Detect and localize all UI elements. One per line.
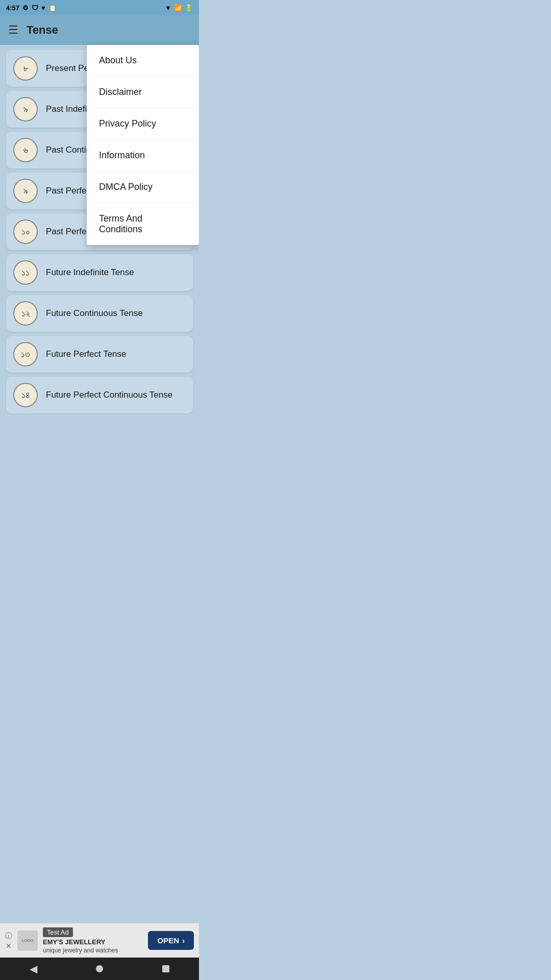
time-display: 4:57	[6, 4, 19, 12]
menu-item-dmca-policy[interactable]: DMCA Policy	[87, 172, 199, 203]
item-badge-3: ৬	[13, 138, 38, 162]
menu-item-about-us[interactable]: About Us	[87, 45, 199, 77]
heart-icon: ♥	[41, 4, 45, 12]
gear-icon: ⚙	[22, 4, 29, 12]
item-badge-7: ১২	[13, 301, 38, 326]
item-badge-1: ৮	[13, 56, 38, 81]
item-badge-8: ১৩	[13, 342, 38, 366]
wifi-icon: ▼	[165, 4, 171, 12]
hamburger-menu-icon[interactable]: ☰	[8, 24, 18, 36]
status-bar: 4:57 ⚙ 🛡 ♥ 📋 ▼ 📶 🔋	[0, 0, 199, 15]
menu-item-privacy-policy[interactable]: Privacy Policy	[87, 108, 199, 140]
status-right: ▼ 📶 🔋	[165, 4, 193, 12]
item-badge-4: ৯	[13, 179, 38, 203]
dropdown-menu: About Us Disclaimer Privacy Policy Infor…	[87, 45, 199, 245]
list-item[interactable]: ১১ Future Indefinite Tense	[6, 254, 193, 291]
item-badge-5: ১০	[13, 219, 38, 244]
app-title: Tense	[27, 23, 58, 37]
status-left: 4:57 ⚙ 🛡 ♥ 📋	[6, 4, 57, 12]
signal-icon: 📶	[174, 4, 182, 12]
item-label-8: Future Perfect Tense	[46, 349, 127, 359]
list-item[interactable]: ১২ Future Continuous Tense	[6, 295, 193, 332]
item-label-6: Future Indefinite Tense	[46, 267, 134, 278]
menu-item-disclaimer[interactable]: Disclaimer	[87, 77, 199, 108]
list-item[interactable]: ১৩ Future Perfect Tense	[6, 336, 193, 373]
item-badge-2: ৯	[13, 97, 38, 121]
item-badge-9: ১৪	[13, 383, 38, 407]
item-badge-6: ১১	[13, 260, 38, 285]
list-item[interactable]: ১৪ Future Perfect Continuous Tense	[6, 377, 193, 413]
clipboard-icon: 📋	[48, 4, 57, 12]
bottom-spacer	[6, 418, 193, 475]
menu-item-terms-conditions[interactable]: Terms And Conditions	[87, 203, 199, 245]
app-bar: ☰ Tense	[0, 15, 199, 45]
item-label-7: Future Continuous Tense	[46, 308, 143, 318]
shield-icon: 🛡	[32, 4, 38, 12]
menu-item-information[interactable]: Information	[87, 140, 199, 172]
battery-icon: 🔋	[185, 4, 193, 12]
item-label-9: Future Perfect Continuous Tense	[46, 390, 172, 400]
